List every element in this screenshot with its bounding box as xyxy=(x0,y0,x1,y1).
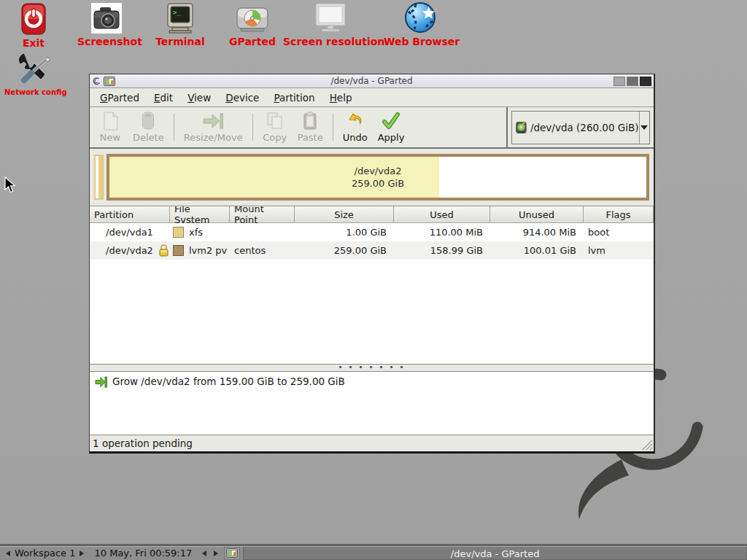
column-header-used: Used xyxy=(394,206,490,223)
tools-icon xyxy=(17,51,53,86)
toolbar-separator xyxy=(174,114,174,141)
filesystem-color-swatch xyxy=(173,227,184,238)
menu-help[interactable]: Help xyxy=(322,90,360,106)
paste-button[interactable]: Paste xyxy=(293,109,328,145)
operation-description: Grow /dev/vda2 from 159.00 GiB to 259.00… xyxy=(112,376,345,387)
splitter-dots: • • • • • • • xyxy=(338,365,405,369)
previous-window-arrow-icon[interactable] xyxy=(202,551,206,556)
gparted-taskbar-icon-tile[interactable] xyxy=(224,547,240,560)
pane-splitter-handle[interactable]: • • • • • • • xyxy=(90,365,654,371)
desktop-icon-terminal[interactable]: >_ Terminal xyxy=(155,3,206,47)
power-icon xyxy=(21,3,46,35)
terminal-icon: >_ xyxy=(166,3,194,34)
desktop-icon-web-browser[interactable]: Web Browser xyxy=(384,1,457,47)
apply-icon xyxy=(382,112,400,131)
table-row-vda2[interactable]: /dev/vda2 lvm2 pv centos 259.00 GiB 158.… xyxy=(90,241,654,260)
new-button[interactable]: New xyxy=(93,109,128,145)
apply-button[interactable]: Apply xyxy=(373,109,410,145)
column-header-filesystem: File System xyxy=(170,206,230,223)
device-selector-value: /dev/vda (260.00 GiB) xyxy=(530,122,639,133)
desktop-icon-label: GParted xyxy=(228,36,277,47)
column-header-partition: Partition xyxy=(90,206,170,223)
gparted-disk-icon xyxy=(236,6,268,34)
disk-visual-pane: /dev/vda2 259.00 GiB xyxy=(90,149,654,206)
partition-visual-label: /dev/vda2 259.00 GiB xyxy=(109,157,646,198)
next-workspace-arrow-icon[interactable] xyxy=(80,551,84,556)
desktop-icon-gparted[interactable]: GParted xyxy=(228,6,277,47)
workspace-label: Workspace 1 xyxy=(15,548,75,559)
window-title: /dev/vda - GParted xyxy=(90,76,654,86)
toolbar-separator xyxy=(333,114,333,141)
maximize-button[interactable] xyxy=(627,77,638,86)
toolbar: New Delete Resize/Move Copy xyxy=(90,107,654,149)
gparted-app-icon xyxy=(226,548,238,558)
menu-edit[interactable]: Edit xyxy=(147,90,180,106)
monitor-icon xyxy=(314,3,347,34)
globe-icon xyxy=(404,1,436,34)
delete-partition-icon xyxy=(141,112,155,131)
desktop-icon-label: Screen resolution xyxy=(283,36,378,47)
undo-button[interactable]: Undo xyxy=(338,109,373,145)
partition-visual-vda2[interactable]: /dev/vda2 259.00 GiB xyxy=(107,154,649,201)
device-selector[interactable]: /dev/vda (260.00 GiB) xyxy=(511,111,650,144)
copy-icon xyxy=(266,112,284,131)
desktop-icon-network-config[interactable]: Network config xyxy=(4,51,66,96)
undo-icon xyxy=(347,112,364,131)
table-header-row: Partition File System Mount Point Size U… xyxy=(90,206,654,223)
desktop-icon-label: Terminal xyxy=(155,36,206,47)
partition-table: Partition File System Mount Point Size U… xyxy=(90,206,654,365)
desktop-icon-label: Exit xyxy=(13,37,54,49)
next-window-arrow-icon[interactable] xyxy=(214,551,218,556)
delete-button[interactable]: Delete xyxy=(128,109,169,145)
menu-partition[interactable]: Partition xyxy=(266,90,322,106)
taskbar-window-button[interactable]: /dev/vda - GParted xyxy=(243,547,747,560)
desktop-icon-screen-resolution[interactable]: Screen resolution xyxy=(283,3,378,47)
statusbar-text: 1 operation pending xyxy=(93,438,193,449)
desktop-icon-label: Web Browser xyxy=(384,36,457,47)
camera-icon xyxy=(91,3,122,34)
column-header-size: Size xyxy=(295,206,394,223)
lock-icon xyxy=(158,244,169,257)
new-partition-icon xyxy=(102,112,119,131)
device-selector-zone: /dev/vda (260.00 GiB) xyxy=(506,107,654,147)
pending-operations-pane: Grow /dev/vda2 from 159.00 GiB to 259.00… xyxy=(90,371,654,435)
column-header-unused: Unused xyxy=(490,206,584,223)
statusbar: 1 operation pending xyxy=(90,435,654,451)
device-selector-dropdown[interactable] xyxy=(639,112,649,144)
resize-grip[interactable] xyxy=(640,438,653,451)
column-header-mountpoint: Mount Point xyxy=(230,206,295,223)
menu-view[interactable]: View xyxy=(180,90,218,106)
desktop-icon-label: Network config xyxy=(4,88,66,96)
taskbar-window-title: /dev/vda - GParted xyxy=(451,548,540,559)
desktop-icon-exit[interactable]: Exit xyxy=(13,3,54,49)
resize-move-icon xyxy=(202,112,224,131)
grow-operation-icon xyxy=(95,376,107,388)
menu-device[interactable]: Device xyxy=(218,90,266,106)
clock: 10 May, Fri 00:59:17 xyxy=(94,548,192,559)
resize-move-button[interactable]: Resize/Move xyxy=(179,109,248,145)
column-header-flags: Flags xyxy=(584,206,654,223)
menubar: GParted Edit View Device Partition Help xyxy=(90,88,654,107)
desktop-icon-screenshot[interactable]: Screenshot xyxy=(77,3,136,47)
mouse-cursor xyxy=(4,176,16,194)
menu-gparted[interactable]: GParted xyxy=(93,90,147,106)
taskbar: Workspace 1 10 May, Fri 00:59:17 /dev/vd… xyxy=(0,544,747,560)
svg-text:>_: >_ xyxy=(173,9,181,16)
filesystem-color-swatch xyxy=(173,245,184,256)
paste-icon xyxy=(303,112,317,131)
desktop-icon-label: Screenshot xyxy=(77,36,136,47)
minimize-button[interactable] xyxy=(614,77,625,86)
partition-visual-vda1[interactable] xyxy=(94,155,104,200)
previous-workspace-arrow-icon[interactable] xyxy=(6,551,10,556)
window-titlebar[interactable]: /dev/vda - GParted xyxy=(90,74,654,88)
chevron-down-icon xyxy=(640,125,648,133)
gparted-window: /dev/vda - GParted GParted Edit View Dev… xyxy=(89,74,655,454)
copy-button[interactable]: Copy xyxy=(258,109,293,145)
harddisk-icon xyxy=(516,119,527,136)
table-row-vda1[interactable]: /dev/vda1 xfs 1.00 GiB 110.00 MiB 914.00… xyxy=(90,223,654,241)
close-button[interactable] xyxy=(640,77,651,86)
toolbar-separator xyxy=(252,114,253,141)
